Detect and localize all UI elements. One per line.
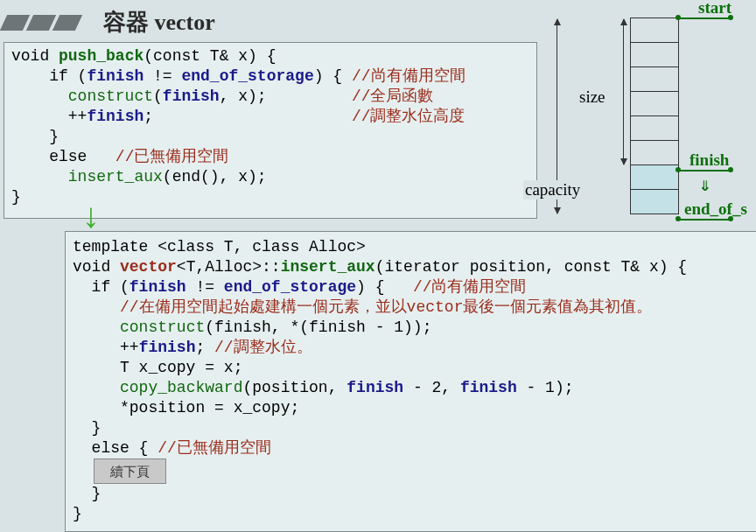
title-bar: 容器 vector [4,7,215,38]
cell-reserved [631,190,678,214]
cell [631,116,678,141]
end-of-storage-label: end_of_s [684,200,747,219]
cell [631,67,678,92]
cell [631,43,678,67]
code-box-insert-aux: template <class T, class Alloc> void vec… [65,231,756,532]
code-box-push-back: void push_back(const T& x) { if (finish … [4,42,537,219]
cell-reserved [631,165,678,190]
continue-button[interactable]: 續下頁 [94,458,166,484]
decoration-trapezoid [0,15,30,31]
down-arrow-icon: ⇓ [699,173,710,197]
finish-pointer-dot [676,167,681,172]
eos-pointer-dot [676,216,681,221]
code-insert-aux: template <class T, class Alloc> void vec… [73,237,750,524]
code-push-back: void push_back(const T& x) { if (finish … [11,46,529,207]
capacity-label: capacity [523,180,582,200]
cell [631,141,678,165]
page-title: 容器 vector [103,7,215,38]
eos-pointer-line [678,219,731,220]
finish-label: finish [690,150,729,170]
size-label: size [578,88,607,107]
start-pointer-line [678,18,731,19]
vector-diagram: size capacity start finish ⇓ end_of_s [525,4,754,231]
eos-pointer-dot [728,216,733,221]
cell [631,92,678,116]
start-label: start [698,0,732,18]
finish-pointer-dot [728,167,733,172]
cell [631,18,678,43]
size-dimension [623,19,624,164]
vector-cells [630,18,679,214]
finish-pointer-line [678,170,731,172]
start-pointer-dot [676,15,681,20]
start-pointer-dot [728,15,733,20]
decoration-trapezoid [52,15,82,31]
decoration-trapezoid [26,15,56,31]
